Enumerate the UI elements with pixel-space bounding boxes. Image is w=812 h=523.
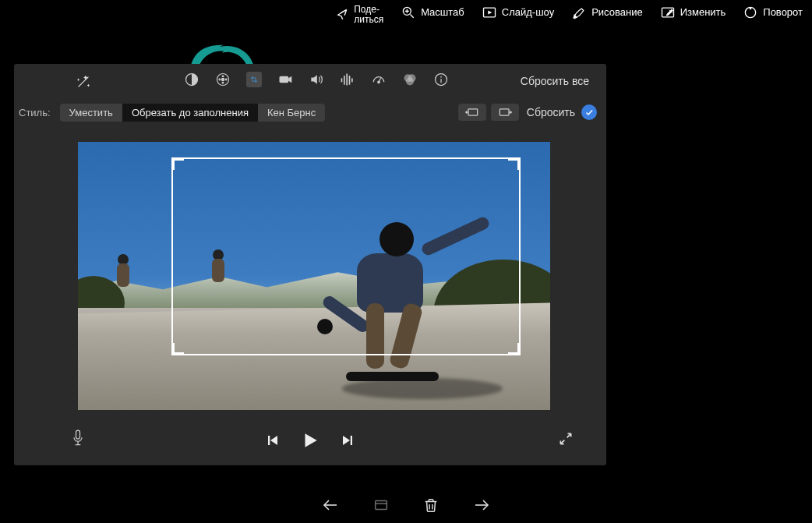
crop-handle-tr[interactable] [508,157,521,170]
color-filter-button[interactable] [402,72,418,87]
svg-rect-17 [341,78,343,82]
svg-point-13 [222,82,224,83]
svg-rect-33 [268,436,270,445]
svg-point-15 [221,78,224,80]
rotate-label: Поворот [763,7,803,18]
share-label: Поде- литься [354,5,383,25]
slideshow-label: Слайд-шоу [502,7,554,18]
prev-frame-button[interactable] [266,433,280,447]
edit-label: Изменить [680,7,726,18]
svg-rect-39 [376,501,387,510]
style-label: Стиль: [19,107,51,118]
svg-rect-31 [500,109,509,115]
rotate-icon [743,5,758,20]
crop-frame[interactable] [171,157,521,355]
svg-rect-16 [280,76,289,83]
draw-icon [571,5,587,20]
speed-button[interactable] [371,72,387,87]
crop-handle-bl[interactable] [171,343,184,355]
viewer-bottom-bar [0,487,812,523]
svg-point-29 [440,76,442,78]
share-button[interactable]: Поде- литься [334,5,383,25]
fit-option[interactable]: Уместить [60,104,122,122]
svg-rect-19 [346,74,348,86]
play-button[interactable] [300,430,320,451]
collection-button[interactable] [372,496,390,514]
crop-to-fill-option[interactable]: Обрезать до заполнения [122,104,258,122]
svg-marker-34 [270,436,277,445]
zoom-label: Масштаб [421,7,464,18]
zoom-button[interactable]: Масштаб [401,5,464,20]
rotate-button[interactable]: Поворот [743,5,803,20]
playback-bar [14,425,606,456]
svg-point-8 [750,8,752,10]
info-button[interactable] [433,72,449,87]
voiceover-button[interactable] [70,429,86,452]
draw-label: Рисование [591,7,642,18]
delete-button[interactable] [422,496,440,514]
slideshow-button[interactable]: Слайд-шоу [482,5,554,20]
svg-rect-20 [349,76,351,85]
reset-all-button[interactable]: Сбросить все [521,75,589,87]
edit-icon [660,5,676,20]
noise-reduction-button[interactable] [340,72,355,87]
back-button[interactable] [321,496,340,514]
svg-point-12 [225,79,227,80]
video-preview[interactable] [78,142,550,410]
crop-handle-tl[interactable] [171,157,184,170]
svg-rect-32 [76,430,80,439]
top-menu-bar: Поде- литься Масштаб Слайд-шоу Рисование… [0,0,812,30]
slideshow-icon [482,5,497,20]
apply-button[interactable] [581,104,597,120]
crop-handle-br[interactable] [508,343,521,355]
svg-rect-37 [351,436,352,445]
crop-style-row: Стиль: Уместить Обрезать до заполнения К… [14,98,606,126]
svg-point-26 [406,78,414,86]
svg-marker-5 [488,11,492,15]
zoom-icon [401,5,416,20]
reset-crop-button[interactable]: Сбросить [527,106,575,118]
ken-burns-option[interactable]: Кен Бернс [258,104,325,122]
color-correction-button[interactable] [215,72,231,87]
share-icon [334,7,349,23]
style-segmented-control: Уместить Обрезать до заполнения Кен Берн… [60,104,326,122]
svg-point-11 [222,76,224,77]
draw-button[interactable]: Рисование [571,5,642,20]
fullscreen-button[interactable] [558,431,574,450]
svg-marker-35 [305,433,317,447]
edit-button[interactable]: Изменить [660,5,726,20]
svg-marker-36 [343,436,350,445]
svg-point-14 [219,79,221,80]
crop-button[interactable] [246,72,262,87]
video-editor-panel: Сбросить все Стиль: Уместить Обрезать до… [14,64,606,465]
svg-line-1 [411,15,414,18]
svg-rect-18 [344,76,345,85]
svg-rect-21 [351,78,353,82]
forward-buttonパ[interactable] [472,496,491,514]
color-balance-button[interactable] [184,72,199,87]
svg-rect-30 [468,109,478,115]
adjust-toolbar: Сбросить все [14,64,606,98]
rotate-ccw-button[interactable] [458,104,486,121]
svg-point-23 [378,81,380,83]
next-frame-button[interactable] [341,433,355,447]
stabilization-button[interactable] [277,72,293,87]
magic-wand-button[interactable] [75,73,92,94]
rotate-cw-button[interactable] [491,104,519,121]
volume-button[interactable] [309,72,324,87]
